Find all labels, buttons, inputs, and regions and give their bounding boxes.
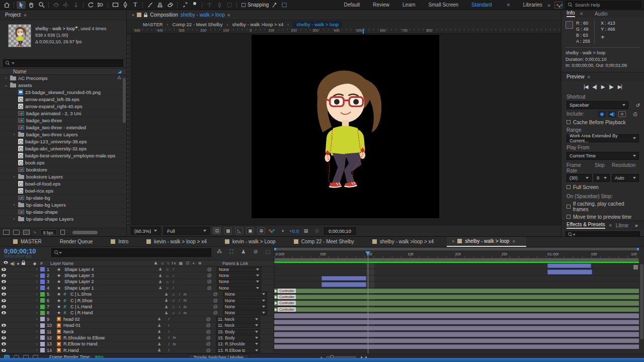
- project-settings-icon[interactable]: ∿: [33, 230, 37, 235]
- caching-checkbox[interactable]: [567, 205, 571, 209]
- layer-visibility[interactable]: [0, 305, 7, 308]
- layer-label-chip[interactable]: [40, 286, 45, 290]
- layer-switches[interactable]: ♟/: [154, 323, 201, 328]
- project-item[interactable]: bowl-of-food.eps: [0, 180, 126, 188]
- parent-dropdown[interactable]: None: [217, 279, 261, 284]
- project-item[interactable]: bp-slate-bg: [0, 195, 126, 202]
- layer-switches[interactable]: ♟☼/: [155, 280, 202, 284]
- shy-switch-icon[interactable]: ♟: [157, 335, 161, 340]
- layer-visibility[interactable]: [0, 268, 7, 271]
- layer-row[interactable]: ›8★#C | R.Hand♟☼/fx@None: [0, 310, 274, 316]
- track-row[interactable]: [274, 338, 639, 344]
- twirl-arrow-icon[interactable]: ›: [12, 203, 16, 207]
- guides-icon[interactable]: ▣: [246, 227, 254, 234]
- eye-icon[interactable]: [2, 274, 6, 277]
- workspace-default[interactable]: Default: [344, 2, 360, 8]
- track-row[interactable]: [274, 331, 639, 337]
- project-scrollbar[interactable]: [123, 78, 126, 123]
- transparency-grid-icon[interactable]: ▩: [224, 227, 232, 234]
- layer-row[interactable]: ›2★Shape Layer 3♟☼/@None: [0, 273, 274, 279]
- parent-pickwhip-icon[interactable]: @: [202, 279, 217, 284]
- layer-duration-bar[interactable]: [274, 313, 639, 318]
- layer-row[interactable]: ›6★#C | R.Shoe♟☼/fx@None: [0, 298, 274, 304]
- parent-pickwhip-icon[interactable]: @: [201, 335, 216, 340]
- roto-brush-tool-icon[interactable]: [180, 1, 189, 9]
- magnification-dropdown[interactable]: (60.3%): [131, 227, 160, 235]
- snapshot-camera-icon[interactable]: ▤: [302, 227, 310, 234]
- parent-dropdown[interactable]: 15. Body: [216, 329, 260, 334]
- controller-marker[interactable]: Controller: [278, 289, 296, 293]
- brush-tool-icon[interactable]: [145, 1, 154, 9]
- collapse-switch-icon[interactable]: ☼: [172, 305, 175, 309]
- layer-twirl-icon[interactable]: ›: [29, 280, 36, 284]
- layer-twirl-icon[interactable]: ›: [29, 324, 36, 327]
- pan-camera-tool-icon[interactable]: [61, 1, 70, 9]
- track-row[interactable]: [274, 319, 639, 325]
- layer-twirl-icon[interactable]: ›: [29, 348, 36, 352]
- new-composition-icon[interactable]: [23, 230, 30, 235]
- timeline-tab[interactable]: Render Queue: [55, 237, 104, 247]
- layer-name[interactable]: Shape Layer 4: [62, 267, 155, 272]
- composition-mini-flowchart-icon[interactable]: ⁂: [215, 249, 223, 254]
- layer-duration-bar[interactable]: [274, 320, 639, 324]
- layer-switches[interactable]: ♟☼/: [155, 286, 202, 290]
- snapping-toggle[interactable]: Snapping: [242, 2, 269, 8]
- new-folder-icon[interactable]: [13, 230, 20, 235]
- controller-marker[interactable]: Controller: [278, 301, 296, 305]
- snap-marquee-icon[interactable]: [280, 1, 289, 9]
- last-frame-button[interactable]: ▶|: [618, 84, 622, 89]
- collapse-switch-icon[interactable]: ☼: [166, 280, 169, 284]
- number-column[interactable]: #: [40, 261, 48, 266]
- composition-canvas[interactable]: [252, 35, 439, 218]
- layer-visibility[interactable]: [0, 311, 7, 314]
- layer-row[interactable]: ›14R.Hand♟/@13. R.Elbow tc: [0, 347, 274, 353]
- layer-twirl-icon[interactable]: ›: [29, 305, 36, 309]
- first-frame-button[interactable]: |◀: [584, 84, 588, 89]
- project-item[interactable]: ›AC Precomps⁂: [0, 75, 126, 82]
- layer-visibility[interactable]: [0, 330, 7, 333]
- track-row[interactable]: [274, 313, 639, 319]
- fx-switch-icon[interactable]: fx: [173, 342, 176, 346]
- shy-switch-icon[interactable]: ♟: [157, 348, 161, 352]
- breadcrumb-3[interactable]: shelby - walk > loop: [293, 21, 342, 28]
- project-panel-menu-icon[interactable]: ≡: [24, 13, 26, 18]
- preview-tab[interactable]: Preview: [567, 74, 585, 79]
- layer-name-column[interactable]: Layer Name: [48, 261, 154, 266]
- layer-label-chip[interactable]: [40, 298, 45, 303]
- reset-icon[interactable]: ↺: [636, 103, 640, 108]
- layer-visibility[interactable]: [0, 274, 7, 277]
- layer-name[interactable]: C | R.Shoe: [68, 298, 162, 303]
- eye-icon[interactable]: [2, 293, 6, 296]
- hide-shy-layers-icon[interactable]: ♟: [239, 249, 248, 254]
- fx-switch-icon[interactable]: fx: [173, 335, 176, 340]
- twirl-arrow-icon[interactable]: ›: [12, 217, 16, 221]
- parent-dropdown[interactable]: 13. R.Elbow tc: [216, 348, 260, 353]
- project-item[interactable]: badge animated - 2, 3 Uni: [0, 110, 126, 117]
- workspace-libraries[interactable]: Libraries: [523, 2, 542, 8]
- project-item[interactable]: 23-badge_skewed_rounded-05.png: [0, 89, 126, 96]
- layer-switches[interactable]: ♟☼/fx: [162, 311, 208, 315]
- lock-column-icon[interactable]: [22, 262, 25, 265]
- selection-tool-icon[interactable]: [17, 1, 26, 9]
- layer-twirl-icon[interactable]: ›: [29, 336, 36, 339]
- track-row[interactable]: [274, 325, 639, 331]
- project-item[interactable]: bp-slate-shape: [0, 209, 126, 216]
- shy-switch-icon[interactable]: ♟: [165, 311, 168, 315]
- layer-twirl-icon[interactable]: ›: [29, 342, 36, 346]
- project-item[interactable]: badge_two-three - extended: [0, 124, 126, 131]
- track-row[interactable]: [274, 269, 639, 275]
- workspace-review[interactable]: Review: [373, 2, 389, 8]
- layer-name[interactable]: Shape Layer 2: [62, 279, 155, 284]
- layer-duration-bar[interactable]: [547, 269, 592, 274]
- mask-free-transform-icon[interactable]: [225, 1, 234, 9]
- fx-switch-icon[interactable]: fx: [184, 311, 187, 315]
- shy-switch-icon[interactable]: ♟: [157, 329, 161, 334]
- twirl-arrow-icon[interactable]: ›: [12, 174, 16, 179]
- layer-switches[interactable]: ♟/fx: [154, 342, 201, 346]
- fx-switch-icon[interactable]: fx: [184, 305, 187, 309]
- quality-switch-icon[interactable]: /: [179, 305, 180, 309]
- resolution-preview-dropdown[interactable]: Auto: [612, 174, 639, 182]
- layer-visibility[interactable]: [0, 299, 7, 302]
- timeline-tab[interactable]: ×shelby - walk > loop≡: [447, 237, 526, 247]
- layer-duration-bar[interactable]: [274, 301, 639, 305]
